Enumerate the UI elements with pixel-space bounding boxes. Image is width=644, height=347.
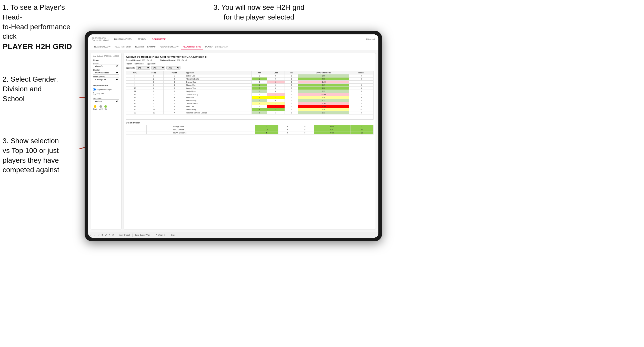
table-row: 3 1 1 Esther Lee 1 0 1 1.50 4: [126, 74, 374, 78]
cell-diff: 0.30: [298, 108, 349, 111]
toolbar-refresh[interactable]: ↺: [105, 234, 107, 236]
colour-dot-level: [99, 105, 102, 108]
subnav-player-h2h-grid[interactable]: PLAYER H2H GRID: [181, 44, 203, 50]
cell-conf: 5: [164, 90, 185, 93]
radio-opponents-played[interactable]: Opponents Played: [93, 88, 119, 91]
opponents-select[interactable]: (All): [136, 66, 150, 70]
cell-rounds: 4: [349, 74, 374, 78]
toolbar-save-custom[interactable]: Save Custom View: [134, 234, 151, 236]
cell-reg: 3: [144, 81, 164, 84]
tablet-shell: SCOREBOARD Powered by clippd TOURNAMENTS…: [85, 31, 382, 241]
cell-conf: 6: [164, 108, 185, 111]
out-of-division-table: Foreign Team 1 0 0 4.500 2 NAIA Division…: [126, 125, 374, 134]
cell-diff: -5.00: [298, 105, 349, 108]
subnav-player-summary[interactable]: PLAYER SUMMARY: [158, 44, 181, 50]
toolbar-divider1: [116, 234, 116, 237]
player-rank-select[interactable]: 8. Katelyn Vo: [93, 78, 119, 81]
cell-tie: 0: [285, 84, 298, 87]
toolbar-back[interactable]: ←: [94, 234, 96, 236]
cell-opponent: Sydney Kuo: [185, 81, 252, 84]
toolbar-watch[interactable]: 👁 Watch ▼: [155, 234, 166, 236]
cell-diff: 3.33: [298, 90, 349, 93]
cell-div: 11: [126, 90, 144, 93]
nav-logo: SCOREBOARD Powered by clippd: [92, 37, 109, 41]
cell-div: 15: [126, 99, 144, 102]
main-content: Last Updated: 27/03/2024 16:55:39 Player…: [88, 50, 378, 232]
ood-cell-spacer2: [147, 128, 162, 131]
cell-tie: 0: [285, 81, 298, 84]
toolbar-circle[interactable]: ⊙: [108, 234, 110, 236]
player-rank-label: Player (Rank): [93, 76, 119, 78]
cell-rounds: 4: [349, 99, 374, 102]
toolbar-redo[interactable]: ↩: [98, 234, 100, 236]
subnav-team-summary[interactable]: TEAM SUMMARY: [92, 44, 113, 50]
cell-opponent: Euna Lee: [185, 105, 252, 108]
cell-div: 18: [126, 105, 144, 108]
subnav-player-h2h-heatmap[interactable]: PLAYER H2H HEATMAP: [203, 44, 230, 50]
toolbar-settings[interactable]: ⚙: [101, 234, 103, 236]
division-select[interactable]: NCAA Division III: [93, 71, 119, 75]
ood-cell-win: 5: [255, 131, 278, 134]
nav-links: TOURNAMENTS TEAMS COMMITTEE: [113, 37, 366, 41]
subnav-team-h2h-heatmap[interactable]: TEAM H2H HEATMAP: [133, 44, 158, 50]
cell-win: 2: [252, 96, 267, 99]
cell-conf: 2: [164, 78, 185, 81]
cell-reg: 2: [144, 78, 164, 81]
cell-opponent: Eunice Yi: [185, 96, 252, 99]
filter-conference-label: Conference: [135, 63, 145, 65]
cell-div: 13: [126, 93, 144, 96]
col-diff: Diff Av Strokes/Rnd: [298, 71, 349, 74]
radio-opponents-played-label: Opponents Played: [97, 89, 112, 90]
nav-right: | Sign out: [366, 38, 375, 40]
ood-cell-spacer: [126, 128, 147, 131]
nav-teams[interactable]: TEAMS: [137, 37, 147, 41]
opponent-filter-select[interactable]: (All): [166, 66, 180, 70]
toolbar-view-original[interactable]: View: Original: [118, 234, 131, 236]
ood-cell-loss: 0: [278, 131, 296, 134]
instruction-bl-line2: vs Top 100 or just: [3, 147, 59, 155]
gender-select[interactable]: Women's: [93, 64, 119, 68]
instruction-ml-line3: School: [3, 95, 25, 103]
ood-cell-loss: 0: [278, 128, 296, 131]
cell-reg: 11: [144, 111, 164, 114]
cell-rounds: 6: [349, 111, 374, 114]
cell-reg: 3: [144, 102, 164, 105]
cell-reg: 1: [144, 93, 164, 96]
ood-cell-diff: 7.400: [314, 131, 350, 134]
radio-top100[interactable]: Top 100: [93, 92, 119, 95]
cell-rounds: 2: [349, 105, 374, 108]
radio-opponents-played-input[interactable]: [93, 88, 96, 91]
opponent-view-label: Opponent view: [93, 84, 119, 87]
filter-region: Region: [126, 63, 132, 65]
overall-record-label: Overall Record:: [126, 59, 141, 61]
nav-tournaments[interactable]: TOURNAMENTS: [113, 37, 133, 41]
cell-loss: 0: [267, 84, 285, 87]
subnav-team-h2h-grid[interactable]: TEAM H2H GRID: [113, 44, 133, 50]
colour-by-select[interactable]: Win/loss: [93, 99, 119, 103]
cell-opponent: Andrea York: [185, 87, 252, 90]
col-win: Win: [252, 71, 267, 74]
instruction-mid-left: 2. Select Gender, Division and School: [3, 74, 77, 103]
ood-cell-opponent: NAIA Division 1: [172, 128, 255, 131]
gender-label: Gender: [93, 62, 119, 64]
cell-tie: 0: [285, 93, 298, 96]
ood-cell-spacer: [126, 131, 147, 134]
cell-diff: -3.00: [298, 93, 349, 96]
colour-label-up: Up: [105, 108, 107, 110]
cell-win: 1: [252, 74, 267, 78]
toolbar-undo[interactable]: ↩: [90, 234, 92, 236]
col-opponent: Opponent: [185, 71, 252, 74]
cell-diff: 1.33: [298, 111, 349, 114]
cell-rounds: 3: [349, 90, 374, 93]
toolbar-clock[interactable]: ⏱: [112, 234, 114, 236]
table-row: 6 3 3 Sydney Kuo 0 1 0 -1.00: [126, 81, 374, 84]
colour-level-group: Level: [99, 105, 103, 110]
conference-select[interactable]: (All): [151, 66, 165, 70]
ood-cell-loss: 0: [278, 125, 296, 128]
instruction-line2: to-Head performance click: [3, 23, 71, 41]
radio-top100-input[interactable]: [93, 92, 96, 95]
nav-committee[interactable]: COMMITTEE: [151, 37, 167, 41]
toolbar-share[interactable]: Share: [169, 234, 176, 236]
table-row: 15 8 5 Stella Cheng 1 0 0 1.25 4: [126, 99, 374, 102]
instruction-bl-line3: players they have: [3, 156, 59, 164]
